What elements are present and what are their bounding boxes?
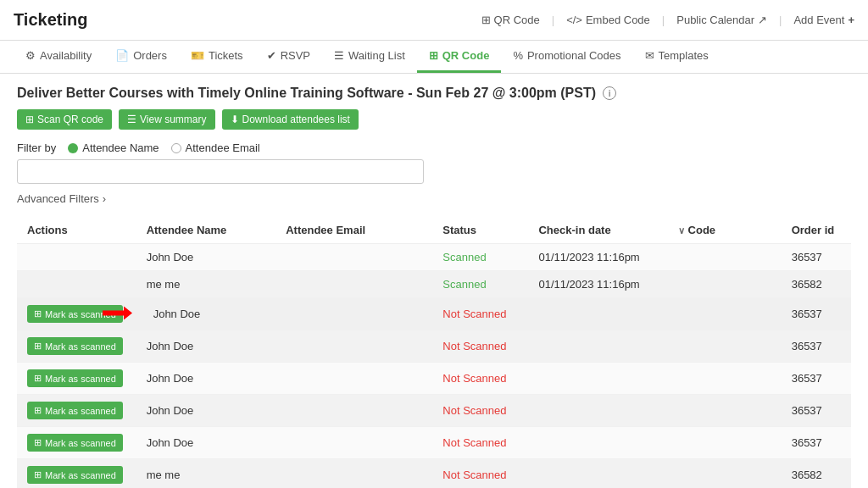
code-cell bbox=[668, 427, 782, 459]
svg-marker-0 bbox=[103, 306, 132, 319]
view-summary-button[interactable]: ☰ View summary bbox=[119, 109, 214, 130]
status-badge: Scanned bbox=[442, 251, 486, 263]
public-calendar-link[interactable]: Public Calendar ↗ bbox=[676, 14, 767, 26]
col-header-checkin: Check-in date bbox=[528, 217, 668, 244]
attendee-email-cell bbox=[275, 271, 432, 298]
header-actions: ⊞ QR Code | </> Embed Code | Public Cale… bbox=[481, 14, 854, 26]
search-input[interactable] bbox=[17, 159, 424, 184]
top-header: Ticketing ⊞ QR Code | </> Embed Code | P… bbox=[0, 0, 868, 41]
checkin-date-cell bbox=[528, 459, 668, 489]
code-cell bbox=[668, 459, 782, 489]
checkin-date-cell bbox=[528, 330, 668, 363]
main-content: Deliver Better Courses with Timely Onlin… bbox=[0, 74, 868, 488]
attendee-email-cell bbox=[275, 363, 432, 395]
tab-promotional-codes[interactable]: % Promotional Codes bbox=[501, 41, 632, 73]
radio-dot-name bbox=[68, 143, 78, 153]
tab-availability[interactable]: ⚙ Availability bbox=[14, 41, 103, 73]
attendee-name-cell: John Doe bbox=[136, 427, 276, 459]
waiting-list-icon: ☰ bbox=[334, 49, 344, 62]
scan-icon: ⊞ bbox=[25, 114, 34, 125]
radio-empty-email bbox=[171, 143, 181, 153]
advanced-filters[interactable]: Advanced Filters › bbox=[17, 192, 851, 205]
status-cell: Not Scanned bbox=[432, 395, 528, 427]
order-id-cell: 36537 bbox=[782, 244, 851, 271]
mark-scanned-button[interactable]: ⊞ Mark as scanned bbox=[27, 337, 123, 355]
tickets-icon: 🎫 bbox=[191, 49, 204, 62]
filter-section: Filter by Attendee Name Attendee Email bbox=[17, 141, 851, 184]
mark-scanned-button[interactable]: ⊞ Mark as scanned bbox=[27, 369, 123, 387]
col-header-orderid: Order id bbox=[782, 217, 851, 244]
scan-check-icon: ⊞ bbox=[34, 469, 42, 480]
attendee-name-cell: John Doe bbox=[136, 298, 276, 330]
summary-icon: ☰ bbox=[127, 114, 136, 125]
table-header-row: Actions Attendee Name Attendee Email Sta… bbox=[17, 217, 851, 244]
checkin-date-cell bbox=[528, 363, 668, 395]
table-row: me meScanned01/11/2023 11:16pm36582 bbox=[17, 271, 851, 298]
tab-waiting-list[interactable]: ☰ Waiting List bbox=[322, 41, 417, 73]
code-cell bbox=[668, 363, 782, 395]
download-icon: ⬇ bbox=[231, 114, 239, 125]
code-cell bbox=[668, 298, 782, 330]
table-row: ⊞ Mark as scannedJohn DoeNot Scanned3653… bbox=[17, 298, 851, 330]
tab-qr-code[interactable]: ⊞ QR Code bbox=[417, 41, 502, 73]
external-link-icon: ↗ bbox=[758, 14, 767, 26]
scan-check-icon: ⊞ bbox=[34, 308, 42, 319]
checkin-date-cell: 01/11/2023 11:16pm bbox=[528, 244, 668, 271]
order-id-cell: 36537 bbox=[782, 395, 851, 427]
code-cell bbox=[668, 395, 782, 427]
status-badge: Scanned bbox=[442, 278, 486, 291]
scan-qr-button[interactable]: ⊞ Scan QR code bbox=[17, 109, 112, 130]
attendee-name-cell: John Doe bbox=[136, 244, 276, 271]
status-cell: Not Scanned bbox=[432, 363, 528, 395]
attendee-name-cell: John Doe bbox=[136, 363, 276, 395]
attendees-table: Actions Attendee Name Attendee Email Sta… bbox=[17, 217, 851, 488]
status-cell: Not Scanned bbox=[432, 298, 528, 330]
qr-code-link[interactable]: ⊞ QR Code bbox=[481, 14, 540, 26]
tab-rsvp[interactable]: ✔ RSVP bbox=[255, 41, 322, 73]
app-title: Ticketing bbox=[14, 10, 87, 30]
order-id-cell: 36537 bbox=[782, 427, 851, 459]
sep1: | bbox=[552, 14, 554, 26]
mark-scanned-button[interactable]: ⊞ Mark as scanned bbox=[27, 466, 123, 484]
attendee-email-cell bbox=[275, 459, 432, 489]
red-arrow-icon bbox=[103, 306, 132, 322]
availability-icon: ⚙ bbox=[25, 49, 36, 62]
sep2: | bbox=[662, 14, 665, 26]
checkin-date-cell bbox=[528, 427, 668, 459]
download-attendees-button[interactable]: ⬇ Download attendees list bbox=[222, 109, 359, 130]
orders-icon: 📄 bbox=[115, 49, 129, 62]
attendee-name-cell: me me bbox=[136, 271, 276, 298]
status-badge: Not Scanned bbox=[442, 469, 506, 481]
status-badge: Not Scanned bbox=[442, 404, 506, 417]
mark-scanned-button[interactable]: ⊞ Mark as scanned bbox=[27, 402, 123, 419]
attendee-name-cell: me me bbox=[136, 459, 276, 489]
attendee-name-cell: John Doe bbox=[136, 395, 276, 427]
info-icon[interactable]: i bbox=[603, 86, 616, 100]
status-badge: Not Scanned bbox=[442, 372, 506, 385]
scan-check-icon: ⊞ bbox=[34, 437, 42, 448]
col-header-code[interactable]: ∨ Code bbox=[668, 217, 782, 244]
table-row: ⊞ Mark as scannedme meNot Scanned36582 bbox=[17, 459, 851, 489]
chevron-right-icon: › bbox=[103, 192, 106, 205]
embed-code-link[interactable]: </> Embed Code bbox=[566, 14, 650, 26]
tab-tickets[interactable]: 🎫 Tickets bbox=[179, 41, 255, 73]
mark-scanned-button[interactable]: ⊞ Mark as scanned bbox=[27, 434, 123, 452]
status-badge: Not Scanned bbox=[442, 436, 506, 449]
status-badge: Not Scanned bbox=[442, 308, 506, 320]
filter-attendee-email[interactable]: Attendee Email bbox=[171, 141, 260, 154]
scan-check-icon: ⊞ bbox=[34, 341, 42, 352]
code-cell bbox=[668, 330, 782, 363]
filter-attendee-name[interactable]: Attendee Name bbox=[68, 141, 159, 154]
code-cell bbox=[668, 271, 782, 298]
attendee-email-cell bbox=[275, 395, 432, 427]
table-row: ⊞ Mark as scannedJohn DoeNot Scanned3653… bbox=[17, 330, 851, 363]
tab-orders[interactable]: 📄 Orders bbox=[103, 41, 179, 73]
rsvp-icon: ✔ bbox=[267, 49, 276, 62]
tab-templates[interactable]: ✉ Templates bbox=[633, 41, 721, 73]
event-title: Deliver Better Courses with Timely Onlin… bbox=[17, 86, 596, 101]
add-event-link[interactable]: Add Event + bbox=[793, 14, 854, 26]
sort-icon: ∨ bbox=[678, 225, 685, 236]
add-icon: + bbox=[848, 14, 854, 26]
attendee-email-cell bbox=[275, 427, 432, 459]
table-row: ⊞ Mark as scannedJohn DoeNot Scanned3653… bbox=[17, 363, 851, 395]
